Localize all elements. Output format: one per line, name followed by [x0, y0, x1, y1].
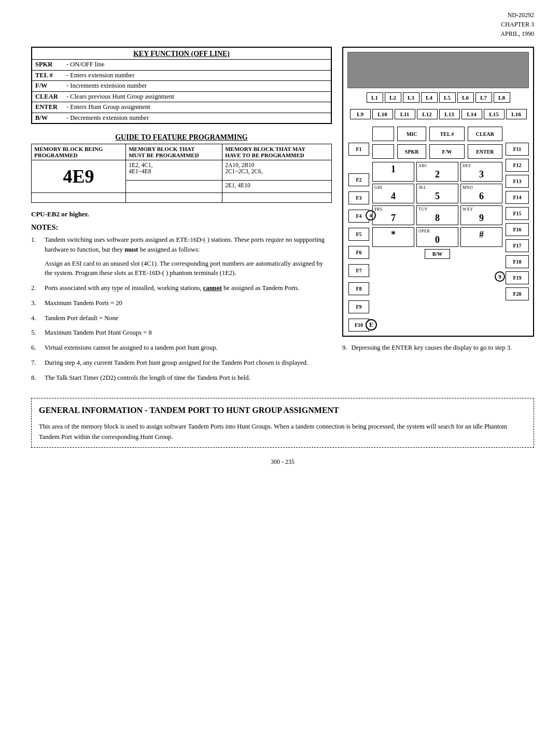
l-btn-l3[interactable]: L3 [403, 92, 419, 103]
key-5[interactable]: JKL 5 [416, 184, 458, 203]
key-label-fw: F/W [35, 81, 66, 91]
f-btn-f16[interactable]: F16 [506, 223, 529, 236]
spacer-mic [347, 127, 369, 141]
f-btn-f15[interactable]: F15 [506, 207, 529, 220]
key-label-clear: CLEAR [35, 92, 66, 102]
key-9[interactable]: WXY 9 [460, 205, 502, 225]
f-btn-f2[interactable]: F2 [348, 173, 369, 186]
key-star[interactable]: * [372, 227, 414, 247]
key-9-sub: WXY [463, 207, 473, 212]
f-btn-f9[interactable]: F9 [348, 300, 369, 313]
enter-button[interactable]: ENTER [468, 144, 502, 159]
f19-row: F19 9 [506, 271, 529, 286]
key-2-main: 2 [418, 170, 456, 179]
l-btn-l12[interactable]: L12 [417, 109, 438, 119]
clear-button[interactable]: CLEAR [468, 127, 502, 141]
key-function-row-spkr: SPKR - ON/OFF line [32, 59, 331, 70]
key-desc-tel: - Enters extension number [66, 71, 328, 80]
note-num: 4. [31, 313, 40, 323]
key-0[interactable]: OPER 0 [416, 227, 458, 247]
key-3[interactable]: DEF 3 [460, 162, 502, 182]
f-btn-f8[interactable]: F8 [348, 282, 369, 295]
note-num: 1. [31, 235, 40, 245]
l-btn-l2[interactable]: L2 [385, 92, 401, 103]
key-8[interactable]: TUV 8 [416, 205, 458, 225]
l-btn-l1[interactable]: L1 [367, 92, 383, 103]
general-info-box: GENERAL INFORMATION - TANDEM PORT TO HUN… [31, 398, 534, 448]
f-btn-f14[interactable]: F14 [506, 191, 529, 204]
blank-btn-1 [372, 127, 394, 141]
l-row1: L1 L2 L3 L4 L5 L6 L7 L8 [347, 92, 529, 103]
fw-button[interactable]: F/W [429, 144, 464, 159]
f-btn-f20[interactable]: F20 [506, 287, 529, 300]
cpu-note: CPU-EB2 or higher. [31, 210, 332, 218]
key-function-title: KEY FUNCTION (OFF LINE) [32, 48, 331, 59]
l-btn-l8[interactable]: L8 [494, 92, 510, 103]
l-btn-l11[interactable]: L11 [395, 109, 415, 119]
tel-button[interactable]: TEL # [429, 127, 464, 141]
guide-col1-empty [32, 193, 126, 203]
right-column: L1 L2 L3 L4 L5 L6 L7 L8 L9 L10 L11 L12 [342, 47, 534, 388]
key-7-sub: PRS [374, 207, 383, 212]
l-btn-l9[interactable]: L9 [350, 109, 371, 119]
f-btn-f11[interactable]: F11 [506, 143, 529, 156]
note-text: Tandem switching uses software ports ass… [45, 235, 332, 278]
spkr-row: SPKR F/W ENTER [372, 144, 502, 159]
f-btn-f12[interactable]: F12 [506, 159, 529, 172]
general-info-text: This area of the memory block is used to… [39, 421, 526, 442]
l-btn-l4[interactable]: L4 [421, 92, 438, 103]
note-text: The Talk Start Timer (2D2) controls the … [45, 373, 332, 383]
key-desc-enter: - Enters Hunt Group assignment [66, 103, 328, 112]
spacer [347, 105, 529, 109]
l-btn-l5[interactable]: L5 [439, 92, 456, 103]
f-right-column: F11 F12 F13 F14 F15 F16 F17 F18 F19 [506, 127, 529, 332]
l-btn-l15[interactable]: L15 [484, 109, 505, 119]
key-0-sub: OPER [418, 229, 430, 233]
key-4[interactable]: GHI 4 [372, 184, 414, 203]
l-btn-l16[interactable]: L16 [506, 109, 527, 119]
l-btn-l6[interactable]: L6 [457, 92, 474, 103]
key-6[interactable]: MNO 6 [460, 184, 502, 203]
bw-row: B/W [372, 249, 502, 259]
guide-col3-val2: 2E1, 4E10 [222, 181, 332, 193]
key-2[interactable]: ABC 2 [416, 162, 458, 182]
f-btn-f5[interactable]: F5 [348, 228, 369, 241]
l-btn-l10[interactable]: L10 [372, 109, 393, 119]
spkr-button[interactable]: SPKR [397, 144, 426, 159]
guide-col3-empty [222, 193, 332, 203]
note-num: 6. [31, 343, 40, 353]
spacer2 [347, 121, 529, 127]
bw-button[interactable]: B/W [425, 249, 450, 259]
f-btn-f7[interactable]: F7 [348, 264, 369, 277]
key-1[interactable]: 1 [372, 162, 414, 182]
f-btn-f4[interactable]: F4 4 [348, 210, 369, 223]
list-item: 5. Maximum Tandem Port Hunt Groups = 8 [31, 328, 332, 338]
note-text: Ports associated with any type of instal… [45, 283, 332, 293]
key-3-sub: DEF [463, 163, 471, 168]
l-row2: L9 L10 L11 L12 L13 L14 L15 L16 [347, 109, 529, 119]
key-7[interactable]: PRS 7 [372, 205, 414, 225]
f-btn-f13[interactable]: F13 [506, 175, 529, 188]
f-right-area: F11 F12 F13 F14 F15 F16 F17 F18 F19 [506, 143, 529, 302]
f-btn-f18[interactable]: F18 [506, 255, 529, 268]
key-label-bw: B/W [35, 114, 66, 123]
l-btn-l13[interactable]: L13 [439, 109, 460, 119]
mic-button[interactable]: MIC [397, 127, 426, 141]
spacer-spkr [347, 157, 369, 172]
guide-col2-empty [126, 193, 222, 203]
key-4-sub: GHI [374, 185, 383, 190]
l-btn-l7[interactable]: L7 [475, 92, 492, 103]
f-btn-f1[interactable]: F1 [348, 143, 369, 156]
list-item: 4. Tandem Port default = None [31, 313, 332, 323]
key-hash[interactable]: # [460, 227, 502, 247]
badge-e: E [366, 319, 377, 330]
f-btn-f6[interactable]: F6 [348, 246, 369, 259]
f-btn-f17[interactable]: F17 [506, 239, 529, 252]
f-btn-f3[interactable]: F3 [348, 191, 369, 204]
note-9: 9. Depressing the ENTER key causes the d… [342, 343, 534, 353]
f-btn-f10[interactable]: F10 E [348, 319, 369, 332]
key-function-row-enter: ENTER - Enters Hunt Group assignment [32, 102, 331, 113]
key-function-box: KEY FUNCTION (OFF LINE) SPKR - ON/OFF li… [31, 47, 332, 124]
f-btn-f19[interactable]: F19 9 [506, 271, 529, 284]
l-btn-l14[interactable]: L14 [461, 109, 482, 119]
